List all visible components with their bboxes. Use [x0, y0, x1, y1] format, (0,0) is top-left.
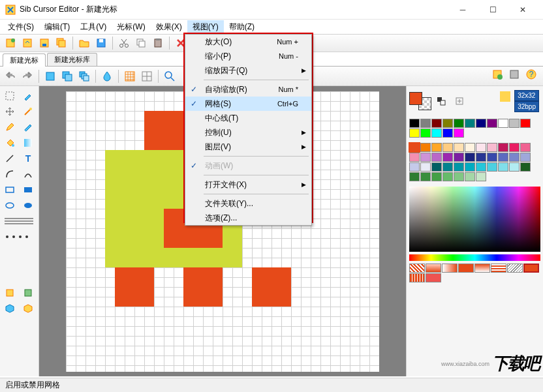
color-swatch[interactable]: [431, 119, 442, 128]
color-swatch[interactable]: [442, 143, 453, 152]
color-swatch[interactable]: [487, 153, 497, 162]
resize-icon[interactable]: [20, 286, 37, 300]
color-swatch[interactable]: [442, 153, 453, 162]
color-swatch[interactable]: [420, 153, 431, 162]
tab-new-cursor[interactable]: 新建光标: [3, 53, 46, 67]
color-swatch[interactable]: [442, 128, 453, 138]
color-swatch[interactable]: [420, 143, 431, 152]
texture-swatch[interactable]: [409, 264, 425, 273]
arc-icon[interactable]: [20, 167, 37, 181]
color-swatch[interactable]: [420, 128, 431, 138]
wand-icon[interactable]: [20, 104, 37, 119]
layer3-icon[interactable]: [76, 68, 92, 84]
menu-item[interactable]: 放大(O)Num +: [185, 35, 311, 49]
cube2-icon[interactable]: [20, 301, 37, 316]
text-icon[interactable]: T: [20, 151, 37, 166]
texture-swatch[interactable]: [409, 273, 425, 282]
disk-icon[interactable]: [93, 35, 109, 51]
undo-icon[interactable]: [3, 68, 18, 84]
color-swatch[interactable]: [465, 143, 475, 152]
menu-item[interactable]: 文件关联(Y)...: [185, 196, 311, 211]
color-swatch[interactable]: [476, 119, 486, 128]
drop-icon[interactable]: [99, 68, 115, 84]
minimize-button[interactable]: ─: [448, 0, 478, 20]
fill-icon[interactable]: [1, 136, 18, 150]
texture-swatch[interactable]: [491, 264, 506, 273]
color-swatch[interactable]: [409, 153, 420, 162]
texture-swatch[interactable]: [523, 264, 539, 273]
color-swatch[interactable]: [420, 119, 431, 128]
texture-swatch[interactable]: [458, 264, 474, 273]
add-size-icon[interactable]: [489, 67, 505, 82]
menu-item[interactable]: 缩小(P)Num -: [185, 49, 311, 63]
line-icon[interactable]: [1, 151, 18, 166]
color-swatch[interactable]: [487, 119, 497, 128]
fillrect-icon[interactable]: [20, 183, 37, 197]
maximize-button[interactable]: ☐: [478, 0, 508, 20]
size-list[interactable]: 32x32 32bpp: [497, 89, 540, 113]
menu-help[interactable]: 帮助(Z): [224, 20, 260, 34]
menu-tools[interactable]: 工具(V): [75, 20, 112, 34]
tab-new-cursor-lib[interactable]: 新建光标库: [47, 53, 97, 66]
select-rect-icon[interactable]: [1, 89, 18, 103]
color-swatch[interactable]: [442, 172, 453, 181]
color-swatch[interactable]: [409, 172, 420, 181]
move-icon[interactable]: [1, 104, 18, 119]
color-swatch[interactable]: [454, 143, 464, 152]
cut-icon[interactable]: [116, 35, 132, 51]
save-icon[interactable]: [37, 35, 52, 51]
brush-icon[interactable]: [20, 120, 37, 134]
color-swatch[interactable]: [520, 162, 531, 172]
color-swatch[interactable]: [420, 162, 431, 172]
crop-icon[interactable]: [1, 286, 18, 300]
color-swatch[interactable]: [431, 128, 442, 138]
zoom-icon[interactable]: [162, 68, 178, 84]
color-swatch[interactable]: [509, 119, 520, 128]
color-swatch[interactable]: [454, 128, 464, 138]
color-swatch[interactable]: [431, 172, 442, 181]
color-swatch[interactable]: [520, 143, 531, 152]
color-swatch[interactable]: [454, 162, 464, 172]
grid-icon[interactable]: [122, 68, 138, 84]
color-swatch[interactable]: [487, 162, 497, 172]
menu-item[interactable]: 中心线(T): [185, 111, 311, 125]
pattern-icon[interactable]: [1, 230, 37, 244]
color-swatch[interactable]: [409, 119, 420, 128]
layer1-icon[interactable]: [42, 68, 58, 84]
color-swatch[interactable]: [476, 153, 486, 162]
eyedropper-icon[interactable]: [20, 89, 37, 103]
color-swatch[interactable]: [509, 162, 520, 172]
copy-icon[interactable]: [133, 35, 149, 51]
paste-icon[interactable]: [150, 35, 166, 51]
curve-icon[interactable]: [1, 167, 18, 181]
fg-bg-swatch[interactable]: [409, 92, 431, 110]
color-swatch[interactable]: [520, 153, 531, 162]
color-swatch[interactable]: [509, 143, 520, 152]
texture-swatch[interactable]: [474, 264, 490, 273]
menu-item[interactable]: ✓自动缩放(R)Num *: [185, 82, 311, 97]
menu-file[interactable]: 文件(S): [3, 20, 39, 34]
color-swatch[interactable]: [498, 153, 508, 162]
add-color-icon[interactable]: [451, 94, 468, 108]
ellipse-icon[interactable]: [1, 198, 18, 213]
color-swatch[interactable]: [409, 143, 420, 152]
folder-icon[interactable]: [76, 35, 92, 51]
menu-edit[interactable]: 编辑(T): [39, 20, 75, 34]
saveall-icon[interactable]: [54, 35, 69, 51]
color-swatch[interactable]: [498, 162, 508, 172]
menu-item[interactable]: 图层(V)▶: [185, 140, 311, 154]
texture-swatch[interactable]: [507, 264, 523, 273]
open-icon[interactable]: [20, 35, 35, 51]
gradient-icon[interactable]: [20, 136, 37, 150]
color-swatch[interactable]: [465, 162, 475, 172]
texture-swatch[interactable]: [442, 264, 458, 273]
texture-swatch[interactable]: [426, 264, 441, 273]
menu-item[interactable]: 打开文件(X)▶: [185, 177, 311, 192]
cube1-icon[interactable]: [1, 301, 18, 316]
color-swatch[interactable]: [420, 172, 431, 181]
help-icon[interactable]: ?: [523, 67, 539, 82]
color-swatch[interactable]: [465, 119, 475, 128]
color-swatch[interactable]: [465, 153, 475, 162]
color-swatch[interactable]: [498, 143, 508, 152]
color-swatch[interactable]: [442, 119, 453, 128]
